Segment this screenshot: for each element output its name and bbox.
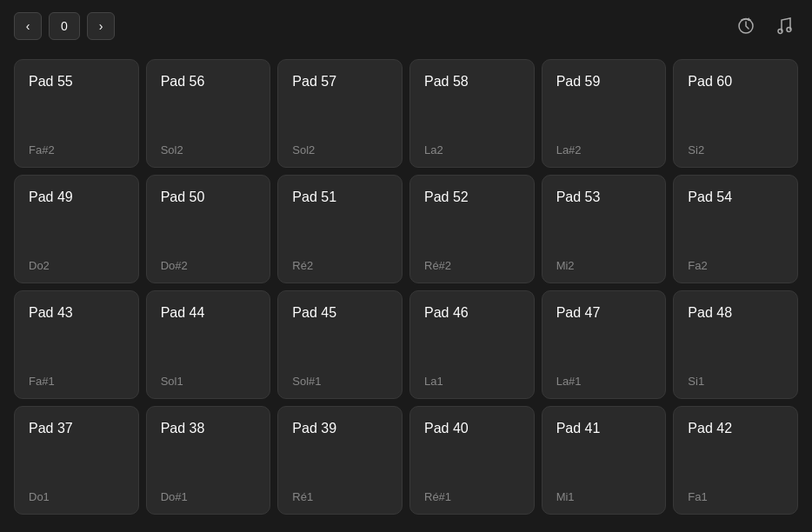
pad-cell[interactable]: Pad 37Do1 — [14, 406, 139, 515]
pads-row-3: Pad 37Do1Pad 38Do#1Pad 39Ré1Pad 40Ré#1Pa… — [14, 406, 798, 515]
page-number: 0 — [49, 12, 80, 40]
pad-cell[interactable]: Pad 52Ré#2 — [409, 175, 535, 283]
pad-note: Do#1 — [161, 490, 256, 503]
pad-cell[interactable]: Pad 44Sol1 — [146, 290, 271, 399]
pad-cell[interactable]: Pad 60Si2 — [673, 59, 798, 168]
pad-name: Pad 37 — [29, 421, 124, 436]
pad-cell[interactable]: Pad 46La1 — [409, 290, 535, 399]
pad-name: Pad 54 — [688, 190, 783, 205]
pad-note: Fa#1 — [29, 375, 124, 388]
pad-note: Ré1 — [292, 490, 388, 503]
prev-button[interactable]: ‹ — [14, 12, 42, 40]
pad-cell[interactable]: Pad 42Fa1 — [673, 406, 798, 515]
pad-cell[interactable]: Pad 41Mi1 — [542, 406, 667, 515]
sync-icon[interactable] — [732, 12, 760, 40]
pad-cell[interactable]: Pad 49Do2 — [14, 175, 139, 283]
pad-name: Pad 50 — [161, 190, 256, 205]
pad-name: Pad 44 — [161, 305, 256, 321]
pad-cell[interactable]: Pad 58La2 — [409, 59, 535, 168]
nav-controls: ‹ 0 › — [14, 12, 115, 40]
pad-cell[interactable]: Pad 38Do#1 — [146, 406, 271, 515]
pad-note: Do2 — [29, 259, 124, 272]
pad-cell[interactable]: Pad 43Fa#1 — [14, 290, 139, 399]
pad-name: Pad 42 — [688, 421, 783, 436]
svg-point-2 — [787, 28, 791, 32]
pad-note: Fa1 — [688, 490, 783, 503]
pad-note: La#2 — [556, 143, 652, 156]
pad-name: Pad 52 — [424, 190, 520, 205]
pad-name: Pad 39 — [292, 421, 388, 436]
pad-note: Ré#2 — [424, 259, 520, 272]
pad-name: Pad 46 — [424, 305, 520, 321]
pad-cell[interactable]: Pad 51Ré2 — [277, 175, 403, 283]
pad-note: Fa2 — [688, 259, 783, 272]
pad-note: Do#2 — [161, 259, 256, 272]
pad-cell[interactable]: Pad 48Si1 — [673, 290, 798, 399]
pads-container: Pad 55Fa#2Pad 56Sol2Pad 57Sol2Pad 58La2P… — [0, 52, 812, 522]
pad-note: La1 — [424, 375, 520, 388]
pad-note: Do1 — [29, 490, 124, 503]
pad-note: Fa#2 — [29, 143, 124, 156]
pad-name: Pad 53 — [556, 190, 652, 205]
pad-note: La2 — [424, 143, 520, 156]
pad-name: Pad 56 — [161, 74, 256, 90]
pad-name: Pad 55 — [29, 74, 124, 90]
pad-cell[interactable]: Pad 47La#1 — [542, 290, 667, 399]
header-icons — [732, 12, 798, 40]
pad-name: Pad 48 — [688, 305, 783, 321]
pad-note: Sol1 — [161, 375, 256, 388]
pad-name: Pad 47 — [556, 305, 652, 321]
pads-row-1: Pad 49Do2Pad 50Do#2Pad 51Ré2Pad 52Ré#2Pa… — [14, 175, 798, 283]
pad-note: Ré2 — [292, 259, 388, 272]
pad-note: Sol2 — [161, 143, 256, 156]
pad-note: Mi1 — [556, 490, 652, 503]
pad-name: Pad 59 — [556, 74, 652, 90]
pad-note: Sol2 — [292, 143, 388, 156]
pad-name: Pad 40 — [424, 421, 520, 436]
pad-cell[interactable]: Pad 57Sol2 — [277, 59, 403, 168]
pad-cell[interactable]: Pad 54Fa2 — [673, 175, 798, 283]
pad-note: Mi2 — [556, 259, 652, 272]
pad-note: Sol#1 — [292, 375, 388, 388]
header: ‹ 0 › — [0, 0, 812, 52]
pads-row-2: Pad 43Fa#1Pad 44Sol1Pad 45Sol#1Pad 46La1… — [14, 290, 798, 399]
next-button[interactable]: › — [87, 12, 115, 40]
pad-cell[interactable]: Pad 39Ré1 — [277, 406, 403, 515]
pad-name: Pad 43 — [29, 305, 124, 321]
pad-note: La#1 — [556, 375, 652, 388]
pads-row-0: Pad 55Fa#2Pad 56Sol2Pad 57Sol2Pad 58La2P… — [14, 59, 798, 168]
pad-cell[interactable]: Pad 50Do#2 — [146, 175, 271, 283]
pad-cell[interactable]: Pad 56Sol2 — [146, 59, 271, 168]
pad-name: Pad 58 — [424, 74, 520, 90]
pad-name: Pad 57 — [292, 74, 388, 90]
pad-name: Pad 49 — [29, 190, 124, 205]
pad-name: Pad 45 — [292, 305, 388, 321]
music-note-icon[interactable] — [770, 12, 798, 40]
pad-note: Ré#1 — [424, 490, 520, 503]
pad-note: Si2 — [688, 143, 783, 156]
pad-name: Pad 38 — [161, 421, 256, 436]
pad-cell[interactable]: Pad 45Sol#1 — [277, 290, 403, 399]
svg-point-1 — [778, 30, 782, 34]
pad-name: Pad 41 — [556, 421, 652, 436]
pad-cell[interactable]: Pad 55Fa#2 — [14, 59, 139, 168]
pad-cell[interactable]: Pad 40Ré#1 — [409, 406, 535, 515]
pad-name: Pad 51 — [292, 190, 388, 205]
pad-cell[interactable]: Pad 59La#2 — [542, 59, 667, 168]
pad-note: Si1 — [688, 375, 783, 388]
pad-cell[interactable]: Pad 53Mi2 — [542, 175, 667, 283]
pad-name: Pad 60 — [688, 74, 783, 90]
